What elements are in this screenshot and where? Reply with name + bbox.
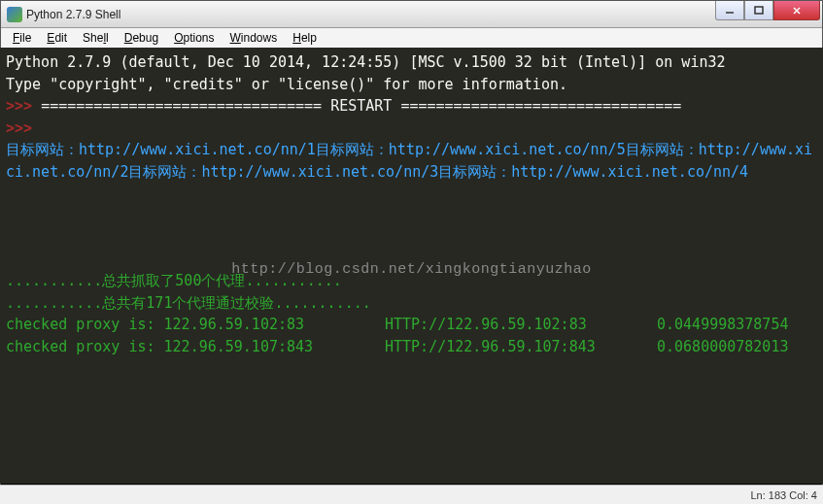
- proxy-col-b: HTTP://122.96.59.107:843: [385, 336, 657, 358]
- blank-line: [6, 183, 817, 205]
- blank-line: [6, 226, 817, 249]
- menu-windows[interactable]: Windows: [223, 29, 286, 47]
- maximize-button[interactable]: [744, 1, 773, 20]
- prompt: >>>: [6, 119, 41, 137]
- restart-divider: ================================ RESTART…: [41, 97, 681, 115]
- minimize-button[interactable]: [715, 1, 744, 20]
- prompt: >>>: [6, 97, 41, 115]
- cursor-position: Ln: 183 Col: 4: [751, 489, 818, 501]
- proxy-col-c: 0.0449998378754: [657, 316, 788, 333]
- menu-shell[interactable]: Shell: [75, 29, 117, 47]
- window-titlebar: Python 2.7.9 Shell: [1, 1, 822, 28]
- blank-line: [6, 205, 817, 227]
- menu-debug[interactable]: Debug: [117, 29, 166, 47]
- svg-rect-1: [755, 7, 763, 14]
- menu-help[interactable]: Help: [285, 29, 325, 47]
- menu-options[interactable]: Options: [166, 29, 222, 47]
- banner-line: Python 2.7.9 (default, Dec 10 2014, 12:2…: [6, 51, 817, 74]
- proxy-line: checked proxy is: 122.96.59.107:843HTTP:…: [6, 336, 817, 358]
- menu-edit[interactable]: Edit: [39, 29, 75, 47]
- close-button[interactable]: [773, 1, 820, 20]
- window-controls: [715, 1, 820, 20]
- menubar: File Edit Shell Debug Options Windows He…: [1, 28, 822, 49]
- proxy-col-c: 0.0680000782013: [657, 338, 788, 355]
- summary-line: ...........总共抓取了500个代理...........: [6, 270, 817, 292]
- window-title: Python 2.7.9 Shell: [26, 8, 822, 21]
- proxy-col-b: HTTP://122.96.59.102:83: [385, 314, 657, 336]
- summary-line: ...........总共有171个代理通过校验...........: [6, 292, 817, 315]
- banner-line: Type "copyright", "credits" or "license(…: [6, 74, 817, 96]
- python-icon: [7, 7, 22, 22]
- menu-file[interactable]: File: [5, 29, 39, 47]
- blank-line: [6, 249, 817, 271]
- restart-line: >>> ================================ RES…: [6, 95, 817, 118]
- proxy-col-a: checked proxy is: 122.96.59.102:83: [6, 314, 385, 336]
- console-output[interactable]: Python 2.7.9 (default, Dec 10 2014, 12:2…: [0, 48, 823, 484]
- prompt-line: >>>: [6, 118, 817, 140]
- proxy-col-a: checked proxy is: 122.96.59.107:843: [6, 336, 385, 358]
- proxy-line: checked proxy is: 122.96.59.102:83HTTP:/…: [6, 314, 817, 336]
- targets-line: 目标网站：http://www.xici.net.co/nn/1目标网站：htt…: [6, 139, 817, 183]
- statusbar: Ln: 183 Col: 4: [0, 485, 823, 504]
